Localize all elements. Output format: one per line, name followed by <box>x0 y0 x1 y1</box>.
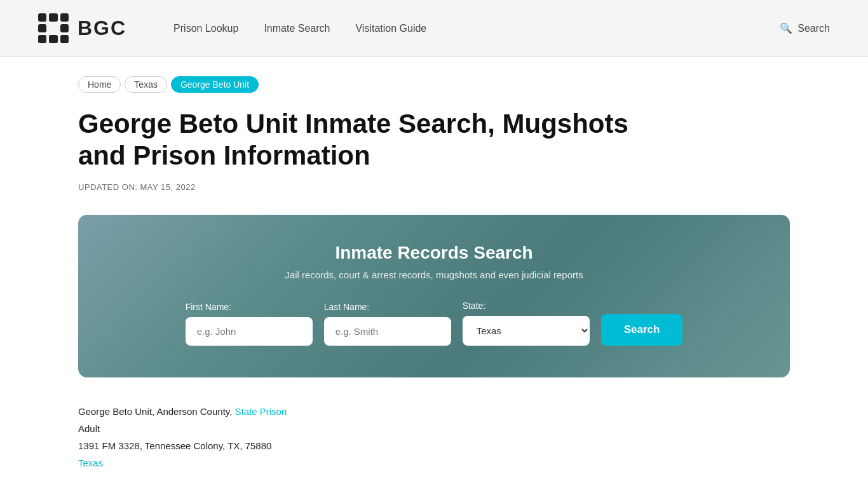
main-nav: Prison Lookup Inmate Search Visitation G… <box>173 23 426 34</box>
logo-cell <box>38 13 46 22</box>
info-line2: Adult <box>78 420 790 437</box>
logo-cell <box>49 13 57 22</box>
logo-cell <box>60 35 69 43</box>
logo-cell <box>49 24 57 32</box>
main-content: Home Texas George Beto Unit George Beto … <box>40 57 828 488</box>
info-section: George Beto Unit, Anderson County, State… <box>78 403 790 471</box>
updated-date: UPDATED ON: MAY 15, 2022 <box>78 182 790 192</box>
texas-link[interactable]: Texas <box>78 458 103 468</box>
last-name-group: Last Name: <box>324 302 451 346</box>
nav-inmate-search[interactable]: Inmate Search <box>264 23 330 34</box>
first-name-label: First Name: <box>186 302 231 312</box>
logo-cell <box>60 24 69 32</box>
state-prison-link[interactable]: State Prison <box>235 406 287 417</box>
logo-cell <box>38 24 46 32</box>
info-line1-text: George Beto Unit, Anderson County, <box>78 406 235 417</box>
search-form: First Name: Last Name: State: Alabama Al… <box>116 301 752 346</box>
page-title: George Beto Unit Inmate Search, Mugshots… <box>78 108 650 172</box>
first-name-input[interactable] <box>186 317 313 346</box>
nav-prison-lookup[interactable]: Prison Lookup <box>173 23 238 34</box>
search-icon: 🔍 <box>780 22 792 34</box>
logo-cell <box>38 35 46 43</box>
last-name-label: Last Name: <box>324 302 370 312</box>
header-search-button[interactable]: 🔍 Search <box>780 22 830 34</box>
breadcrumb-george-beto-unit[interactable]: George Beto Unit <box>171 76 259 93</box>
first-name-group: First Name: <box>186 302 313 346</box>
logo-text: BGC <box>78 17 126 40</box>
state-label: State: <box>463 301 486 311</box>
logo-cell <box>49 35 57 43</box>
logo-cell <box>60 13 69 22</box>
search-card-subtitle: Jail records, court & arrest records, mu… <box>116 269 752 280</box>
info-line3: 1391 FM 3328, Tennessee Colony, TX, 7588… <box>78 437 790 454</box>
state-group: State: Alabama Alaska Arizona Arkansas C… <box>463 301 590 346</box>
nav-visitation-guide[interactable]: Visitation Guide <box>355 23 426 34</box>
breadcrumb: Home Texas George Beto Unit <box>78 76 790 93</box>
logo-grid-icon <box>38 13 69 44</box>
header-logo-area: BGC Prison Lookup Inmate Search Visitati… <box>38 13 426 44</box>
site-header: BGC Prison Lookup Inmate Search Visitati… <box>0 0 868 57</box>
breadcrumb-home[interactable]: Home <box>78 76 121 93</box>
breadcrumb-texas[interactable]: Texas <box>125 76 167 93</box>
state-select[interactable]: Alabama Alaska Arizona Arkansas Californ… <box>463 316 590 346</box>
search-button[interactable]: Search <box>601 314 683 346</box>
info-line1: George Beto Unit, Anderson County, State… <box>78 403 790 420</box>
last-name-input[interactable] <box>324 317 451 346</box>
search-card-title: Inmate Records Search <box>116 243 752 263</box>
inmate-search-card: Inmate Records Search Jail records, cour… <box>78 215 790 377</box>
header-search-label: Search <box>797 23 830 34</box>
